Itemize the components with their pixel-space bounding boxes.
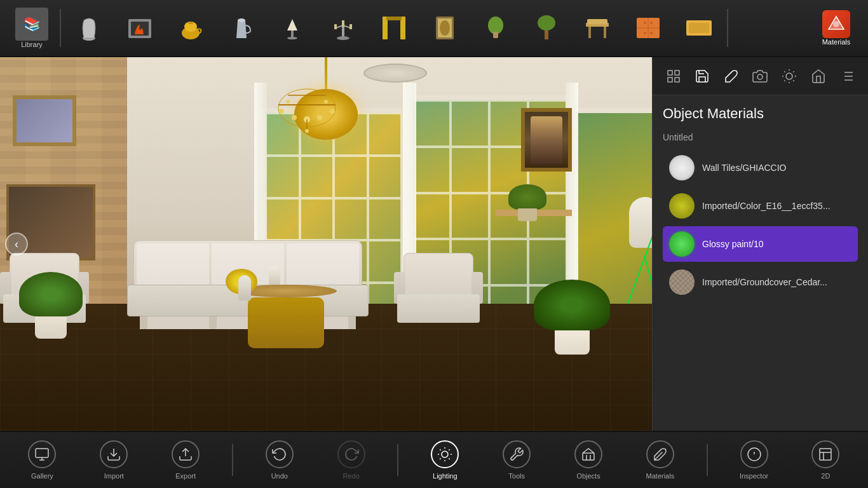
svg-point-45 (279, 109, 284, 114)
tree-thumb (530, 11, 563, 44)
svg-point-35 (650, 22, 653, 24)
toolbar-item-candelabra[interactable] (318, 3, 369, 53)
inspector-icon (740, 440, 768, 468)
candelabra-thumb (327, 11, 360, 44)
plant-leaves-left (19, 272, 83, 316)
grid-cell (451, 193, 489, 240)
material-item-groundcover[interactable]: Imported/Groundcover_Cedar... (663, 264, 858, 300)
svg-point-59 (786, 73, 792, 79)
grid-cell (300, 198, 334, 241)
material-item-glossy-paint[interactable]: Glossy paint/10 (663, 226, 858, 262)
svg-line-82 (440, 449, 441, 450)
svg-point-22 (440, 20, 450, 36)
toolbar-item-table[interactable] (572, 3, 623, 53)
svg-point-25 (538, 15, 555, 30)
undo-label: Undo (271, 472, 288, 480)
svg-point-37 (650, 32, 653, 34)
viewport[interactable]: ‹ (0, 57, 652, 431)
grid-cell (368, 198, 402, 241)
grid-cell (412, 100, 451, 147)
toolbar-item-tree[interactable] (521, 3, 572, 53)
right-panel: Object Materials Untitled Wall Tiles/GHI… (652, 57, 868, 431)
panel-list-btn[interactable] (834, 64, 860, 89)
plant-pot-left (35, 316, 67, 339)
svg-point-50 (286, 100, 290, 104)
panel-camera-btn[interactable] (747, 64, 773, 89)
cabinet-thumb (632, 11, 665, 44)
svg-line-91 (654, 452, 663, 461)
gallery-button[interactable]: Gallery (17, 435, 67, 485)
svg-point-58 (757, 74, 763, 79)
coffee-table-legs (248, 297, 324, 348)
toolbar-item-curtains[interactable] (369, 3, 419, 53)
panel-content: Object Materials Untitled Wall Tiles/GHI… (653, 95, 868, 431)
toolbar-item-vase[interactable] (64, 3, 114, 53)
gallery-label: Gallery (31, 472, 53, 480)
import-label: Import (104, 472, 124, 480)
objects-button[interactable]: Objects (563, 435, 614, 485)
panel-home-btn[interactable] (806, 64, 831, 89)
toolbar-item-cabinet[interactable] (623, 3, 674, 53)
toolbar-item-plate[interactable] (674, 3, 724, 53)
grid-cell (528, 239, 567, 285)
grid-cell (368, 113, 402, 156)
panel-light-btn[interactable] (776, 64, 802, 89)
svg-line-66 (784, 80, 785, 81)
export-button[interactable]: Export (160, 435, 211, 485)
svg-point-9 (287, 37, 297, 39)
svg-rect-5 (188, 22, 193, 24)
materials-bottom-label: Materials (646, 472, 675, 480)
svg-point-51 (324, 100, 328, 104)
toolbar-item-painting[interactable] (419, 3, 470, 53)
nav-arrow-left[interactable]: ‹ (5, 233, 28, 255)
material-name-wall-tiles: Wall Tiles/GHIACCIO (702, 163, 787, 173)
toolbar-item-teapot[interactable] (165, 3, 216, 53)
bottom-toolbar: Gallery Import Export (0, 431, 868, 488)
inspector-button[interactable]: Inspector (729, 435, 780, 485)
toolbar-item-lamp[interactable] (267, 3, 318, 53)
lighting-button[interactable]: Lighting (419, 435, 470, 485)
plate-thumb (682, 11, 715, 44)
grid-cell (368, 156, 402, 198)
lamp-thumb (276, 11, 309, 44)
plant-thumb (479, 11, 512, 44)
panel-title: Object Materials (663, 105, 858, 122)
panel-layout-btn[interactable] (661, 64, 686, 89)
shelf-pot (518, 208, 537, 221)
import-button[interactable]: Import (88, 435, 139, 485)
svg-rect-56 (668, 78, 672, 82)
library-icon: 📚 (15, 8, 48, 41)
svg-point-49 (330, 109, 335, 114)
toolbar-item-plant[interactable] (470, 3, 521, 53)
svg-rect-57 (675, 78, 679, 82)
svg-point-46 (292, 115, 297, 120)
materials-bottom-button[interactable]: Materials (635, 435, 686, 485)
grid-cell (489, 239, 528, 285)
panel-paint-btn[interactable] (719, 64, 744, 89)
library-button[interactable]: 📚 Library (6, 3, 57, 53)
materials-bottom-icon (646, 440, 674, 468)
plant-right (534, 280, 610, 355)
material-item-wall-tiles[interactable]: Wall Tiles/GHIACCIO (663, 150, 858, 186)
svg-rect-30 (587, 19, 607, 24)
svg-point-6 (238, 18, 245, 22)
panel-save-btn[interactable] (689, 64, 715, 89)
material-name-imported-color: Imported/Color_E16__1eccf35... (702, 201, 831, 211)
tools-button[interactable]: Tools (491, 435, 542, 485)
svg-rect-54 (668, 71, 672, 75)
toolbar-item-fireplace[interactable] (114, 3, 165, 53)
room-scene (0, 57, 652, 431)
panel-toolbar (653, 57, 868, 95)
library-label: Library (21, 41, 43, 48)
2d-button[interactable]: 2D (800, 435, 851, 485)
material-item-imported-color[interactable]: Imported/Color_E16__1eccf35... (663, 188, 858, 224)
toolbar-separator-right (727, 9, 728, 47)
material-name-groundcover: Imported/Groundcover_Cedar... (702, 277, 827, 287)
undo-button[interactable]: Undo (254, 435, 305, 485)
svg-rect-16 (342, 20, 344, 27)
grid-cell (334, 198, 368, 241)
materials-button[interactable]: Materials (811, 3, 862, 53)
toolbar-item-pitcher[interactable] (216, 3, 267, 53)
redo-button[interactable]: Redo (326, 435, 377, 485)
svg-marker-7 (287, 19, 297, 30)
